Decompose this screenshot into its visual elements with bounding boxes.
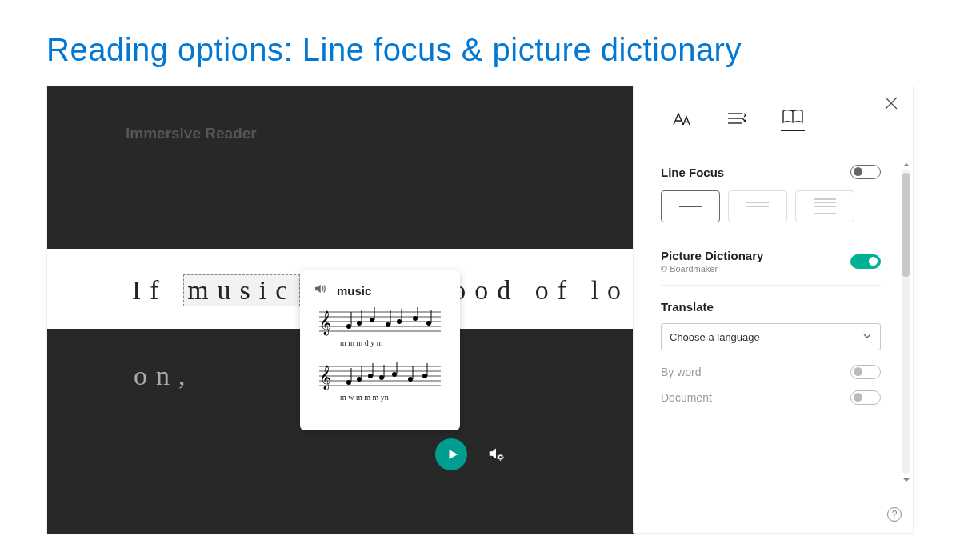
svg-point-14: [397, 319, 402, 324]
translate-label: Translate: [661, 300, 881, 314]
music-notation-image: 𝄞 m m m d y m 𝄞: [313, 307, 447, 422]
scroll-up-arrow[interactable]: [902, 160, 910, 169]
picture-dictionary-toggle[interactable]: [850, 254, 881, 269]
scrollbar-thumb[interactable]: [902, 173, 910, 277]
speak-icon[interactable]: [313, 282, 327, 299]
translate-section: Translate Choose a language By word Docu…: [661, 286, 881, 416]
reading-options-panel: Line Focus Picture Dictionary © Boardmak…: [633, 86, 913, 533]
highlighted-word[interactable]: music: [183, 274, 300, 306]
reading-preferences-tab[interactable]: [781, 107, 805, 131]
svg-text:m w  m m    m  yn: m w m m m yn: [340, 393, 389, 402]
by-word-label: By word: [661, 366, 702, 378]
line-focus-section: Line Focus: [661, 150, 881, 234]
immersive-reader-window: Immersive Reader If musicbe the food of …: [46, 86, 914, 534]
svg-point-27: [346, 380, 351, 385]
svg-text:m m  m d     y m: m m m d y m: [340, 338, 383, 347]
document-toggle[interactable]: [850, 390, 881, 405]
line-focus-label: Line Focus: [661, 166, 724, 179]
line1-suffix: ood of lo: [452, 275, 630, 305]
panel-tabs: [661, 101, 881, 139]
picture-dictionary-section: Picture Dictionary © Boardmaker: [661, 234, 881, 286]
svg-point-29: [357, 377, 362, 382]
line-focus-three[interactable]: [728, 190, 787, 222]
app-label: Immersive Reader: [126, 125, 257, 142]
svg-point-31: [368, 374, 373, 378]
svg-point-8: [357, 321, 362, 326]
dimmed-top: Immersive Reader: [47, 86, 634, 249]
svg-point-35: [392, 372, 397, 377]
help-icon[interactable]: ?: [887, 507, 902, 522]
slide-title: Reading options: Line focus & picture di…: [0, 0, 960, 86]
svg-point-33: [379, 375, 384, 380]
svg-point-16: [413, 316, 418, 321]
svg-point-37: [408, 377, 413, 382]
svg-text:𝄞: 𝄞: [319, 310, 331, 336]
picture-dictionary-popup: music 𝄞 m m m d y m �: [300, 270, 460, 430]
svg-point-18: [426, 321, 431, 326]
line-focus-toggle[interactable]: [850, 165, 881, 179]
line2-text: on,: [134, 361, 194, 391]
picture-dictionary-label: Picture Dictionary: [661, 249, 763, 262]
language-dropdown[interactable]: Choose a language: [661, 323, 881, 350]
chevron-down-icon: [862, 331, 872, 343]
picture-dictionary-attribution: © Boardmaker: [661, 264, 763, 274]
language-dropdown-text: Choose a language: [670, 331, 760, 343]
grammar-options-tab[interactable]: [725, 107, 749, 131]
svg-point-42: [498, 455, 502, 459]
text-preferences-tab[interactable]: [669, 107, 693, 131]
dimmed-bottom: [47, 441, 634, 534]
by-word-toggle[interactable]: [850, 365, 881, 379]
svg-point-6: [346, 324, 351, 329]
play-button[interactable]: [435, 438, 467, 470]
scroll-down-arrow[interactable]: [902, 475, 910, 484]
line-focus-five[interactable]: [795, 190, 854, 222]
line-focus-one[interactable]: [661, 190, 720, 222]
svg-text:𝄞: 𝄞: [319, 365, 331, 390]
popup-word: music: [337, 284, 371, 298]
line1-prefix: If: [132, 275, 183, 305]
svg-point-10: [370, 318, 374, 322]
audio-settings-icon[interactable]: [487, 445, 505, 466]
svg-point-12: [386, 322, 390, 327]
svg-point-39: [422, 374, 427, 378]
document-label: Document: [661, 391, 712, 404]
